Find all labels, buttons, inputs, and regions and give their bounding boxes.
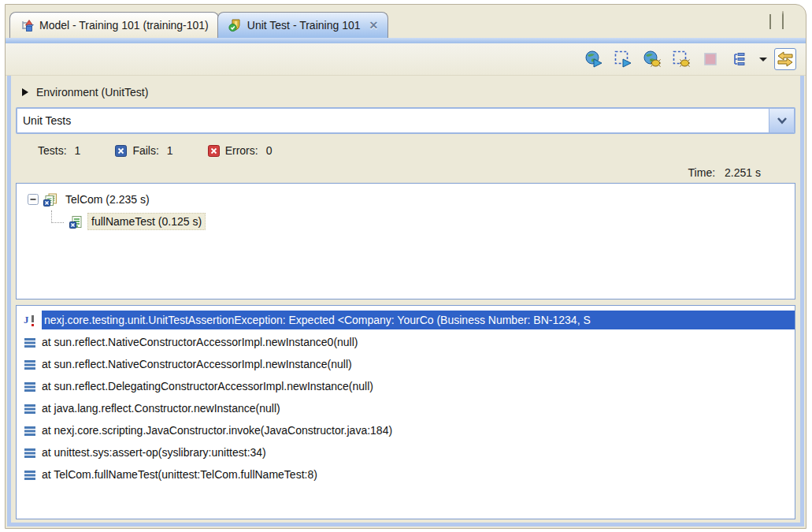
hierarchy-dropdown-icon[interactable] bbox=[759, 58, 767, 61]
test-case-icon bbox=[69, 215, 83, 229]
section-expander-icon[interactable] bbox=[22, 88, 28, 96]
stack-frame-icon bbox=[23, 424, 37, 437]
svg-text:J: J bbox=[24, 314, 29, 326]
trace-line-text: at unittest.sys:assert-op(syslibrary:uni… bbox=[42, 446, 266, 459]
stack-frame-icon bbox=[23, 468, 37, 482]
trace-row[interactable]: at java.lang.reflect.Constructor.newInst… bbox=[17, 397, 795, 419]
debug-all-button[interactable] bbox=[641, 48, 663, 70]
hierarchy-menu-button[interactable] bbox=[729, 48, 751, 70]
tests-count: 1 bbox=[75, 144, 81, 157]
link-arrows-icon bbox=[776, 50, 795, 69]
time-row: Time: 2.251 s bbox=[16, 162, 795, 183]
stack-frame-icon bbox=[23, 402, 37, 415]
window-controls bbox=[769, 15, 784, 29]
pane-divider bbox=[16, 299, 795, 305]
globe-run-icon bbox=[584, 50, 603, 69]
tree-connector bbox=[51, 210, 64, 223]
stack-trace-list[interactable]: J nexj.core.testing.unit.UnitTestAsserti… bbox=[16, 305, 795, 519]
trace-line-text: at nexj.core.scripting.JavaConstructor.i… bbox=[42, 424, 392, 437]
fails-badge-icon bbox=[115, 145, 127, 157]
environment-section-header[interactable]: Environment (UnitTest) bbox=[16, 77, 795, 107]
link-with-editor-toggle[interactable] bbox=[774, 48, 796, 70]
test-selector-value: Unit Tests bbox=[17, 114, 769, 127]
unit-test-view: Model - Training 101 (training-101) Unit… bbox=[5, 4, 806, 529]
test-suite-icon bbox=[43, 193, 57, 206]
stack-frame-icon bbox=[23, 446, 37, 459]
environment-label: Environment (UnitTest) bbox=[36, 86, 148, 99]
tab-bar: Model - Training 101 (training-101) Unit… bbox=[6, 5, 806, 38]
trace-line-text: at java.lang.reflect.Constructor.newInst… bbox=[42, 402, 280, 415]
trace-row[interactable]: at sun.reflect.DelegatingConstructorAcce… bbox=[17, 375, 795, 397]
run-selected-button[interactable] bbox=[612, 48, 634, 70]
stop-button bbox=[699, 48, 721, 70]
active-view-highlight bbox=[6, 38, 806, 43]
trace-line-text: at sun.reflect.NativeConstructorAccessor… bbox=[42, 358, 352, 370]
tab-model-label: Model - Training 101 (training-101) bbox=[39, 19, 209, 32]
tree-row-telcom[interactable]: TelCom (2.235 s) bbox=[17, 188, 795, 210]
summary-row: Tests: 1 Fails: 1 Errors: 0 bbox=[16, 139, 795, 162]
view-toolbar bbox=[6, 43, 806, 76]
chevron-down-icon bbox=[776, 116, 788, 125]
errors-label: Errors: bbox=[225, 144, 258, 157]
unit-test-shield-icon bbox=[228, 19, 242, 32]
model-icon bbox=[20, 19, 34, 32]
trace-row[interactable]: at sun.reflect.NativeConstructorAccessor… bbox=[17, 353, 795, 375]
view-content: Environment (UnitTest) Unit Tests Tests:… bbox=[7, 76, 804, 526]
fails-label: Fails: bbox=[132, 144, 158, 157]
selection-debug-icon bbox=[672, 50, 691, 69]
test-result-tree[interactable]: TelCom (2.235 s) fullNameTest (0.125 s) bbox=[16, 183, 795, 299]
stop-icon bbox=[702, 50, 719, 68]
test-selector-combo[interactable]: Unit Tests bbox=[16, 107, 795, 134]
trace-row[interactable]: at TelCom.fullNameTest(unittest:TelCom.f… bbox=[17, 463, 795, 485]
stack-frame-icon bbox=[23, 358, 37, 371]
tests-label: Tests: bbox=[38, 144, 67, 157]
trace-row[interactable]: at unittest.sys:assert-op(syslibrary:uni… bbox=[17, 441, 795, 463]
trace-line-text: at sun.reflect.NativeConstructorAccessor… bbox=[42, 336, 358, 348]
tab-unit-test-label: Unit Test - Training 101 bbox=[247, 19, 361, 32]
hierarchy-icon bbox=[731, 50, 748, 68]
tab-model[interactable]: Model - Training 101 (training-101) bbox=[9, 12, 219, 38]
time-label: Time: bbox=[688, 166, 715, 179]
selection-run-icon bbox=[614, 50, 632, 69]
trace-line-text: at TelCom.fullNameTest(unittest:TelCom.f… bbox=[42, 468, 317, 481]
time-value: 2.251 s bbox=[725, 166, 761, 179]
maximize-icon bbox=[782, 11, 784, 29]
stack-frame-icon bbox=[23, 380, 37, 393]
trace-row-exception[interactable]: J nexj.core.testing.unit.UnitTestAsserti… bbox=[17, 309, 795, 331]
tab-unit-test[interactable]: Unit Test - Training 101 ✕ bbox=[217, 12, 388, 38]
stack-frame-icon bbox=[23, 336, 37, 349]
errors-count: 0 bbox=[266, 144, 273, 157]
trace-row[interactable]: at nexj.core.scripting.JavaConstructor.i… bbox=[17, 419, 795, 441]
errors-badge-icon bbox=[208, 145, 220, 157]
debug-selected-button[interactable] bbox=[670, 48, 692, 70]
trace-line-text: at sun.reflect.DelegatingConstructorAcce… bbox=[42, 380, 373, 392]
trace-row[interactable]: at sun.reflect.NativeConstructorAccessor… bbox=[17, 331, 795, 353]
maximize-button[interactable] bbox=[782, 15, 784, 29]
globe-debug-icon bbox=[643, 50, 662, 69]
minimize-button[interactable] bbox=[769, 15, 771, 29]
tree-node-label: TelCom (2.235 s) bbox=[62, 192, 153, 207]
tree-row-fullnametest[interactable]: fullNameTest (0.125 s) bbox=[17, 210, 795, 233]
collapse-expander-icon[interactable] bbox=[28, 194, 39, 205]
minimize-icon bbox=[769, 14, 771, 29]
tree-node-label: fullNameTest (0.125 s) bbox=[87, 213, 206, 230]
java-exception-icon: J bbox=[23, 314, 37, 327]
combo-dropdown-button[interactable] bbox=[769, 109, 794, 132]
run-all-button[interactable] bbox=[583, 48, 605, 70]
trace-line-text: nexj.core.testing.unit.UnitTestAssertion… bbox=[42, 311, 795, 329]
close-icon[interactable]: ✕ bbox=[369, 19, 379, 32]
fails-count: 1 bbox=[167, 144, 173, 157]
